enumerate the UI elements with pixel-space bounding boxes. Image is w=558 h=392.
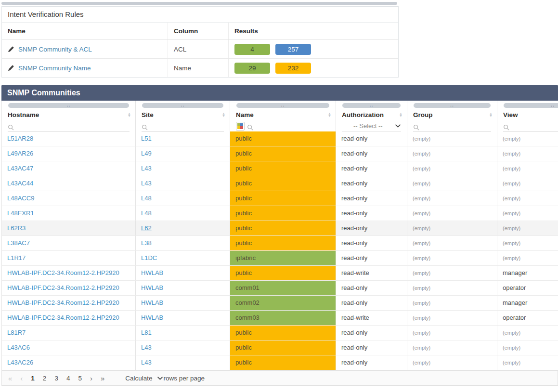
column-label[interactable]: View bbox=[503, 111, 518, 118]
intent-result-badge-green[interactable]: 4 bbox=[234, 44, 270, 55]
intent-result-badge-total[interactable]: 232 bbox=[275, 63, 311, 74]
intent-table-body: SNMP Community & ACL ACL 4 257 SNMP Comm… bbox=[2, 40, 398, 77]
page-button[interactable]: 2 bbox=[43, 375, 47, 382]
hostname-link[interactable]: HWLAB-IPF.DC2-34.Room12-2.HP2920 bbox=[7, 314, 119, 321]
hostname-link[interactable]: L62R3 bbox=[7, 224, 26, 232]
hostname-link[interactable]: L43AC44 bbox=[7, 180, 33, 187]
site-link[interactable]: L51 bbox=[141, 135, 152, 142]
view-value: (empty) bbox=[503, 166, 520, 171]
hostname-link[interactable]: HWLAB-IPF.DC2-34.Room12-2.HP2920 bbox=[7, 269, 119, 276]
site-link[interactable]: L49 bbox=[141, 150, 152, 157]
site-link[interactable]: L48 bbox=[141, 195, 152, 202]
intent-rule-link[interactable]: SNMP Community & ACL bbox=[18, 46, 92, 53]
hostname-link[interactable]: L81R7 bbox=[7, 329, 26, 336]
hostname-link[interactable]: L38AC7 bbox=[7, 239, 30, 247]
column-drag-handle[interactable]: .. bbox=[504, 103, 558, 108]
community-name-cell: public bbox=[230, 176, 336, 191]
column-drag-handle[interactable]: .. bbox=[236, 103, 329, 108]
sort-icon[interactable]: ▲▼ bbox=[222, 112, 225, 117]
column-label[interactable]: Hostname bbox=[8, 111, 39, 118]
hostname-link[interactable]: L48EXR1 bbox=[7, 209, 34, 217]
page-button[interactable]: 1 bbox=[31, 375, 35, 382]
page-button[interactable]: 3 bbox=[54, 375, 58, 382]
site-link[interactable]: L62 bbox=[141, 224, 152, 232]
top-scrollbar[interactable] bbox=[1, 2, 397, 5]
sort-icon[interactable]: ▲▼ bbox=[399, 112, 402, 117]
edit-pencil-icon[interactable] bbox=[8, 65, 14, 71]
community-name-cell: comm01 bbox=[230, 281, 336, 295]
community-name-cell: public bbox=[230, 146, 336, 161]
column-drag-handle[interactable]: .. bbox=[8, 103, 129, 108]
site-link[interactable]: L48 bbox=[141, 209, 152, 217]
site-link[interactable]: L43 bbox=[141, 344, 152, 351]
column-label[interactable]: Authorization bbox=[342, 111, 384, 118]
hostname-link[interactable]: L48ACC9 bbox=[7, 195, 34, 202]
view-value: (empty) bbox=[503, 255, 520, 261]
intent-result-badge-green[interactable]: 29 bbox=[234, 63, 270, 74]
group-value: (empty) bbox=[413, 136, 430, 142]
group-value: (empty) bbox=[413, 345, 430, 351]
site-link[interactable]: L43 bbox=[141, 359, 152, 366]
table-row: L81R7 L81 public read-only (empty) (empt… bbox=[2, 326, 558, 340]
authorization-value: read-only bbox=[341, 359, 367, 366]
site-link[interactable]: L38 bbox=[141, 239, 152, 247]
site-link[interactable]: HWLAB bbox=[141, 314, 163, 321]
first-page-button[interactable]: « bbox=[8, 374, 12, 382]
hostname-link[interactable]: L43AC26 bbox=[7, 359, 33, 366]
color-palette-filter-icon[interactable] bbox=[236, 122, 245, 131]
sort-icon[interactable]: ▲▼ bbox=[328, 112, 331, 117]
filter-search-input[interactable] bbox=[247, 120, 330, 132]
site-link[interactable]: L1DC bbox=[141, 254, 157, 261]
hostname-link[interactable]: L43AC47 bbox=[7, 165, 33, 172]
site-link[interactable]: HWLAB bbox=[141, 299, 163, 306]
page-button[interactable]: 5 bbox=[78, 375, 82, 382]
hostname-link[interactable]: L51AR28 bbox=[7, 135, 33, 142]
rows-per-page-select[interactable]: Calculate bbox=[125, 375, 163, 382]
hostname-link[interactable]: L43AC6 bbox=[7, 344, 30, 351]
sort-icon[interactable]: ▲▼ bbox=[128, 112, 131, 117]
site-link[interactable]: HWLAB bbox=[141, 284, 163, 291]
hostname-link[interactable]: HWLAB-IPF.DC2-34.Room12-2.HP2920 bbox=[7, 299, 119, 306]
filter-search-input[interactable] bbox=[503, 120, 558, 132]
next-page-button[interactable]: › bbox=[90, 374, 92, 382]
view-value: manager bbox=[503, 299, 527, 306]
search-icon bbox=[503, 124, 509, 131]
site-link[interactable]: L43 bbox=[141, 165, 152, 172]
column-label[interactable]: Site bbox=[142, 111, 154, 118]
filter-search-input[interactable] bbox=[413, 120, 491, 132]
community-name-cell: public bbox=[230, 236, 336, 250]
authorization-value: read-only bbox=[341, 180, 367, 187]
site-link[interactable]: L81 bbox=[141, 329, 152, 336]
filter-search-input[interactable] bbox=[8, 120, 130, 132]
group-value: (empty) bbox=[413, 151, 430, 157]
authorization-value: read-only bbox=[341, 195, 367, 202]
filter-search-input[interactable] bbox=[142, 120, 224, 132]
site-link[interactable]: HWLAB bbox=[141, 269, 163, 276]
site-link[interactable]: L43 bbox=[141, 180, 152, 187]
sort-icon[interactable]: ▲▼ bbox=[489, 112, 493, 117]
search-icon bbox=[142, 124, 148, 131]
community-name-cell: public bbox=[230, 221, 336, 235]
hostname-link[interactable]: L49AR26 bbox=[7, 150, 33, 157]
table-row: L1R17 L1DC ipfabric read-only (empty) (e… bbox=[2, 251, 558, 266]
column-drag-handle[interactable]: .. bbox=[414, 103, 491, 108]
intent-rule-link[interactable]: SNMP Community Name bbox=[18, 65, 91, 72]
intent-result-badge-total[interactable]: 257 bbox=[275, 44, 311, 55]
column-label[interactable]: Group bbox=[413, 111, 433, 118]
page-button[interactable]: 4 bbox=[66, 375, 70, 382]
group-value: (empty) bbox=[413, 285, 430, 291]
column-drag-handle[interactable]: .. bbox=[142, 103, 223, 108]
table-row: L43AC47 L43 public read-only (empty) (em… bbox=[2, 161, 558, 176]
authorization-value: read-only bbox=[341, 254, 367, 261]
table-row: HWLAB-IPF.DC2-34.Room12-2.HP2920 HWLAB c… bbox=[2, 296, 558, 311]
hostname-link[interactable]: HWLAB-IPF.DC2-34.Room12-2.HP2920 bbox=[7, 284, 119, 291]
edit-pencil-icon[interactable] bbox=[8, 46, 14, 52]
intent-rule-row: SNMP Community & ACL ACL 4 257 bbox=[2, 40, 398, 59]
column-drag-handle[interactable]: .. bbox=[342, 103, 401, 108]
prev-page-button[interactable]: ‹ bbox=[20, 374, 23, 382]
last-page-button[interactable]: » bbox=[101, 374, 104, 382]
hostname-link[interactable]: L1R17 bbox=[7, 254, 26, 261]
community-name-cell: public bbox=[230, 161, 336, 176]
filter-select[interactable]: -- Select -- bbox=[342, 121, 401, 131]
column-label[interactable]: Name bbox=[236, 111, 254, 118]
